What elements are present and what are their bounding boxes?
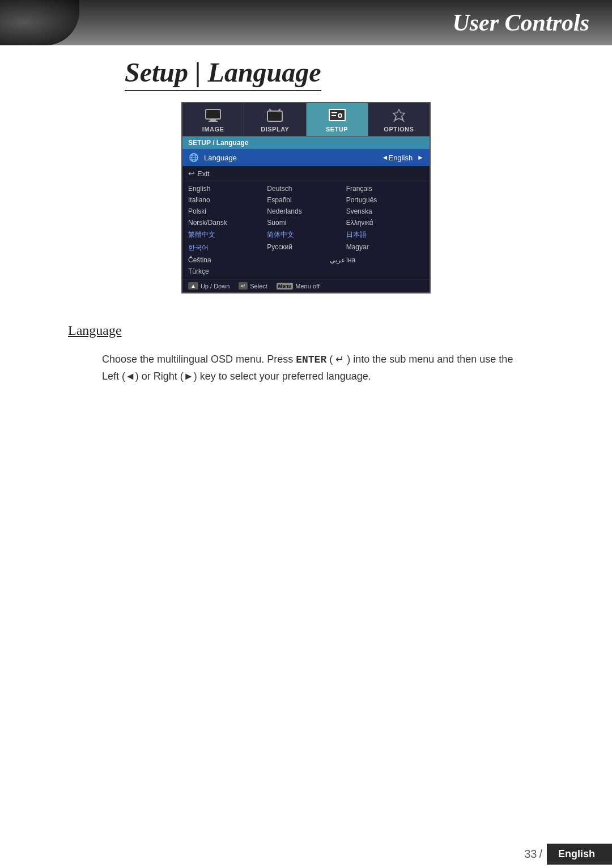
svg-rect-0 bbox=[206, 109, 220, 119]
page-title: Setup | Language bbox=[125, 57, 321, 91]
setup-icon bbox=[328, 108, 346, 124]
lang-empty-1 bbox=[267, 266, 345, 276]
footer: 33 / English bbox=[0, 840, 612, 868]
exit-icon: ↩ bbox=[188, 169, 195, 178]
header-lens-decoration bbox=[0, 0, 79, 45]
lang-portugues[interactable]: Português bbox=[346, 195, 424, 205]
svg-point-10 bbox=[339, 114, 341, 117]
lang-italiano[interactable]: Italiano bbox=[188, 195, 266, 205]
osd-tab-row: IMAGE DISPLAY bbox=[182, 103, 430, 137]
lang-polski[interactable]: Polski bbox=[188, 206, 266, 216]
footer-page-number: 33 bbox=[524, 848, 537, 861]
header-bar: User Controls bbox=[0, 0, 612, 45]
tab-image[interactable]: IMAGE bbox=[182, 103, 244, 136]
body-text: Choose the multilingual OSD menu. Press … bbox=[102, 351, 527, 385]
osd-menu: IMAGE DISPLAY bbox=[181, 102, 431, 293]
osd-breadcrumb: SETUP / Language bbox=[182, 137, 430, 149]
osd-bottom-bar: ▲ Up / Down ↵ Select Menu Menu off bbox=[182, 279, 430, 292]
lang-russian[interactable]: Русский bbox=[267, 242, 345, 254]
tab-display[interactable]: DISPLAY bbox=[244, 103, 306, 136]
body-paragraph: Choose the multilingual OSD menu. Press … bbox=[102, 351, 527, 385]
lang-francais[interactable]: Français bbox=[346, 184, 424, 194]
menu-item-exit[interactable]: ↩ Exit bbox=[182, 166, 430, 181]
lang-norsk[interactable]: Norsk/Dansk bbox=[188, 218, 266, 228]
lang-suomi[interactable]: Suomi bbox=[267, 218, 345, 228]
lang-nederlands[interactable]: Nederlands bbox=[267, 206, 345, 216]
menu-item-language[interactable]: Language ◄ English ► bbox=[182, 149, 430, 166]
tab-options[interactable]: OPTIONS bbox=[368, 103, 430, 136]
section-heading: Language bbox=[68, 323, 122, 338]
updown-icon: ▲ bbox=[188, 282, 198, 290]
exit-label: Exit bbox=[197, 169, 424, 178]
lang-espanol[interactable]: Español bbox=[267, 195, 345, 205]
bottom-menuoff: Menu Menu off bbox=[277, 283, 320, 290]
tab-options-label: OPTIONS bbox=[384, 126, 414, 133]
bottom-updown: ▲ Up / Down bbox=[188, 282, 230, 290]
header-title: User Controls bbox=[452, 9, 589, 36]
select-label: Select bbox=[250, 283, 267, 290]
lang-korean[interactable]: 한국어 bbox=[188, 242, 266, 254]
svg-rect-1 bbox=[210, 119, 216, 121]
right-arrow-icon: ► bbox=[417, 154, 424, 161]
language-label: Language bbox=[204, 154, 382, 162]
lang-svenska[interactable]: Svenska bbox=[346, 206, 424, 216]
lang-simplified-chinese[interactable]: 简体中文 bbox=[267, 229, 345, 241]
lang-traditional-chinese[interactable]: 繁體中文 bbox=[188, 229, 266, 241]
svg-rect-2 bbox=[209, 121, 218, 122]
lang-arabic[interactable]: عربي bbox=[267, 255, 345, 265]
tab-display-label: DISPLAY bbox=[261, 126, 289, 133]
language-value: English bbox=[388, 154, 413, 162]
left-arrow-icon: ◄ bbox=[382, 154, 389, 161]
keyword-enter: ENTER bbox=[296, 354, 326, 365]
monitor-icon bbox=[204, 108, 222, 124]
tab-image-label: IMAGE bbox=[202, 126, 224, 133]
globe-icon bbox=[188, 152, 199, 163]
updown-label: Up / Down bbox=[201, 283, 230, 290]
bottom-select: ↵ Select bbox=[239, 282, 267, 290]
lang-magyar[interactable]: Magyar bbox=[346, 242, 424, 254]
lang-turkish[interactable]: Türkçe bbox=[188, 266, 266, 276]
menuoff-label: Menu off bbox=[295, 283, 320, 290]
lang-czech[interactable]: Čeština bbox=[188, 255, 266, 265]
footer-divider: / bbox=[539, 848, 542, 861]
lang-ukrainian[interactable]: Іна bbox=[346, 255, 424, 265]
svg-rect-3 bbox=[267, 111, 282, 121]
options-icon bbox=[390, 108, 408, 124]
lang-english[interactable]: English bbox=[188, 184, 266, 194]
tab-setup-label: SETUP bbox=[326, 126, 348, 133]
footer-language: English bbox=[547, 844, 612, 865]
menu-icon: Menu bbox=[277, 283, 294, 290]
lang-japanese[interactable]: 日本語 bbox=[346, 229, 424, 241]
lang-empty-2 bbox=[346, 266, 424, 276]
enter-icon: ↵ bbox=[239, 282, 248, 290]
tv-icon bbox=[266, 108, 284, 124]
lang-greek[interactable]: Ελληνικά bbox=[346, 218, 424, 228]
tab-setup[interactable]: SETUP bbox=[307, 103, 368, 136]
language-grid: English Deutsch Français Italiano Españo… bbox=[182, 181, 430, 279]
lang-deutsch[interactable]: Deutsch bbox=[267, 184, 345, 194]
